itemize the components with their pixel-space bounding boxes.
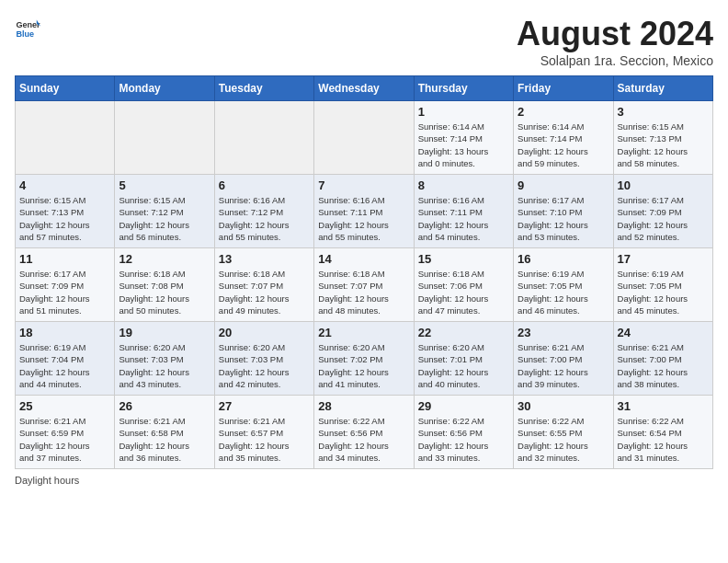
day-number: 20 (219, 326, 310, 339)
calendar-cell (314, 101, 414, 175)
weekday-header-row: SundayMondayTuesdayWednesdayThursdayFrid… (16, 76, 713, 101)
day-info: Sunrise: 6:19 AM Sunset: 7:04 PM Dayligh… (19, 341, 110, 390)
day-number: 19 (119, 326, 210, 339)
calendar-cell: 27Sunrise: 6:21 AM Sunset: 6:57 PM Dayli… (214, 396, 313, 469)
weekday-header-wednesday: Wednesday (314, 76, 414, 101)
footer-note: Daylight hours (15, 475, 713, 486)
weekday-header-monday: Monday (115, 76, 214, 101)
day-number: 24 (618, 326, 709, 339)
day-info: Sunrise: 6:18 AM Sunset: 7:07 PM Dayligh… (219, 268, 310, 316)
day-info: Sunrise: 6:21 AM Sunset: 7:00 PM Dayligh… (618, 341, 709, 390)
calendar-cell: 28Sunrise: 6:22 AM Sunset: 6:56 PM Dayli… (314, 396, 414, 469)
calendar-title: August 2024 (517, 15, 713, 53)
title-area: August 2024 Solalpan 1ra. Seccion, Mexic… (517, 15, 713, 68)
calendar-cell: 5Sunrise: 6:15 AM Sunset: 7:12 PM Daylig… (115, 175, 214, 248)
day-number: 17 (618, 252, 709, 266)
day-info: Sunrise: 6:17 AM Sunset: 7:10 PM Dayligh… (518, 194, 609, 243)
day-info: Sunrise: 6:20 AM Sunset: 7:02 PM Dayligh… (318, 341, 409, 390)
calendar-cell: 25Sunrise: 6:21 AM Sunset: 6:59 PM Dayli… (16, 396, 115, 469)
day-info: Sunrise: 6:20 AM Sunset: 7:01 PM Dayligh… (418, 341, 509, 390)
day-info: Sunrise: 6:14 AM Sunset: 7:14 PM Dayligh… (418, 121, 509, 169)
week-row-3: 11Sunrise: 6:17 AM Sunset: 7:09 PM Dayli… (16, 248, 713, 322)
day-info: Sunrise: 6:18 AM Sunset: 7:07 PM Dayligh… (318, 268, 409, 316)
calendar-cell (214, 101, 313, 175)
calendar-cell: 21Sunrise: 6:20 AM Sunset: 7:02 PM Dayli… (314, 322, 414, 396)
day-info: Sunrise: 6:22 AM Sunset: 6:55 PM Dayligh… (518, 415, 609, 464)
calendar-cell: 7Sunrise: 6:16 AM Sunset: 7:11 PM Daylig… (314, 175, 414, 248)
day-number: 31 (618, 399, 709, 413)
weekday-header-saturday: Saturday (613, 76, 712, 101)
day-info: Sunrise: 6:17 AM Sunset: 7:09 PM Dayligh… (19, 268, 110, 316)
day-info: Sunrise: 6:20 AM Sunset: 7:03 PM Dayligh… (119, 341, 210, 390)
day-number: 26 (119, 399, 210, 413)
day-info: Sunrise: 6:22 AM Sunset: 6:56 PM Dayligh… (318, 415, 409, 464)
day-number: 28 (318, 399, 409, 413)
day-info: Sunrise: 6:20 AM Sunset: 7:03 PM Dayligh… (219, 341, 310, 390)
calendar-cell: 16Sunrise: 6:19 AM Sunset: 7:05 PM Dayli… (514, 248, 613, 322)
day-info: Sunrise: 6:17 AM Sunset: 7:09 PM Dayligh… (618, 194, 709, 243)
calendar-cell: 2Sunrise: 6:14 AM Sunset: 7:14 PM Daylig… (514, 101, 613, 175)
calendar-cell: 4Sunrise: 6:15 AM Sunset: 7:13 PM Daylig… (16, 175, 115, 248)
calendar-subtitle: Solalpan 1ra. Seccion, Mexico (517, 53, 713, 68)
week-row-4: 18Sunrise: 6:19 AM Sunset: 7:04 PM Dayli… (16, 322, 713, 396)
day-number: 30 (518, 399, 609, 413)
weekday-header-sunday: Sunday (16, 76, 115, 101)
day-number: 2 (518, 105, 609, 119)
calendar-cell: 20Sunrise: 6:20 AM Sunset: 7:03 PM Dayli… (214, 322, 313, 396)
day-number: 25 (19, 399, 110, 413)
week-row-2: 4Sunrise: 6:15 AM Sunset: 7:13 PM Daylig… (16, 175, 713, 248)
day-number: 21 (318, 326, 409, 339)
weekday-header-tuesday: Tuesday (214, 76, 313, 101)
calendar-cell: 14Sunrise: 6:18 AM Sunset: 7:07 PM Dayli… (314, 248, 414, 322)
calendar-cell: 18Sunrise: 6:19 AM Sunset: 7:04 PM Dayli… (16, 322, 115, 396)
calendar-cell: 12Sunrise: 6:18 AM Sunset: 7:08 PM Dayli… (115, 248, 214, 322)
day-number: 12 (119, 252, 210, 266)
day-number: 10 (618, 178, 709, 192)
day-number: 5 (119, 178, 210, 192)
calendar-cell: 31Sunrise: 6:22 AM Sunset: 6:54 PM Dayli… (613, 396, 712, 469)
calendar-cell: 11Sunrise: 6:17 AM Sunset: 7:09 PM Dayli… (16, 248, 115, 322)
day-number: 4 (19, 178, 110, 192)
calendar-cell: 19Sunrise: 6:20 AM Sunset: 7:03 PM Dayli… (115, 322, 214, 396)
week-row-5: 25Sunrise: 6:21 AM Sunset: 6:59 PM Dayli… (16, 396, 713, 469)
svg-text:Blue: Blue (16, 29, 34, 39)
day-info: Sunrise: 6:21 AM Sunset: 6:58 PM Dayligh… (119, 415, 210, 464)
day-number: 18 (19, 326, 110, 339)
day-info: Sunrise: 6:21 AM Sunset: 7:00 PM Dayligh… (518, 341, 609, 390)
day-number: 16 (518, 252, 609, 266)
day-info: Sunrise: 6:16 AM Sunset: 7:12 PM Dayligh… (219, 194, 310, 243)
calendar-cell: 10Sunrise: 6:17 AM Sunset: 7:09 PM Dayli… (613, 175, 712, 248)
day-info: Sunrise: 6:18 AM Sunset: 7:06 PM Dayligh… (418, 268, 509, 316)
day-info: Sunrise: 6:15 AM Sunset: 7:12 PM Dayligh… (119, 194, 210, 243)
calendar-cell: 29Sunrise: 6:22 AM Sunset: 6:56 PM Dayli… (414, 396, 513, 469)
calendar-cell: 13Sunrise: 6:18 AM Sunset: 7:07 PM Dayli… (214, 248, 313, 322)
calendar-cell: 3Sunrise: 6:15 AM Sunset: 7:13 PM Daylig… (613, 101, 712, 175)
day-number: 11 (19, 252, 110, 266)
calendar-cell (16, 101, 115, 175)
day-number: 14 (318, 252, 409, 266)
calendar-cell: 26Sunrise: 6:21 AM Sunset: 6:58 PM Dayli… (115, 396, 214, 469)
weekday-header-thursday: Thursday (414, 76, 513, 101)
day-number: 23 (518, 326, 609, 339)
day-number: 15 (418, 252, 509, 266)
calendar-table: SundayMondayTuesdayWednesdayThursdayFrid… (15, 75, 713, 469)
day-info: Sunrise: 6:22 AM Sunset: 6:54 PM Dayligh… (618, 415, 709, 464)
day-info: Sunrise: 6:14 AM Sunset: 7:14 PM Dayligh… (518, 121, 609, 169)
calendar-cell: 30Sunrise: 6:22 AM Sunset: 6:55 PM Dayli… (514, 396, 613, 469)
day-number: 27 (219, 399, 310, 413)
logo-icon: General Blue (15, 15, 40, 40)
day-info: Sunrise: 6:21 AM Sunset: 6:57 PM Dayligh… (219, 415, 310, 464)
day-info: Sunrise: 6:18 AM Sunset: 7:08 PM Dayligh… (119, 268, 210, 316)
calendar-cell (115, 101, 214, 175)
logo: General Blue (15, 15, 40, 40)
calendar-cell: 17Sunrise: 6:19 AM Sunset: 7:05 PM Dayli… (613, 248, 712, 322)
day-info: Sunrise: 6:22 AM Sunset: 6:56 PM Dayligh… (418, 415, 509, 464)
weekday-header-friday: Friday (514, 76, 613, 101)
day-number: 7 (318, 178, 409, 192)
calendar-cell: 1Sunrise: 6:14 AM Sunset: 7:14 PM Daylig… (414, 101, 513, 175)
day-number: 3 (618, 105, 709, 119)
day-number: 8 (418, 178, 509, 192)
day-info: Sunrise: 6:19 AM Sunset: 7:05 PM Dayligh… (518, 268, 609, 316)
day-info: Sunrise: 6:16 AM Sunset: 7:11 PM Dayligh… (418, 194, 509, 243)
day-number: 13 (219, 252, 310, 266)
